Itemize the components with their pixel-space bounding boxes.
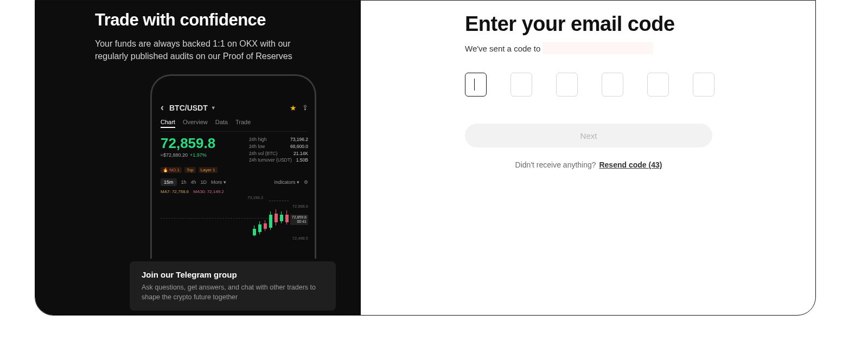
tab-data: Data xyxy=(215,119,228,128)
promo-subtitle: Your funds are always backed 1:1 on OKX … xyxy=(95,37,296,62)
star-icon: ★ xyxy=(290,104,297,112)
code-digit-3[interactable] xyxy=(556,73,578,97)
code-digit-5[interactable] xyxy=(647,73,669,97)
settings-icon: ⚙ xyxy=(304,179,308,185)
last-price: 72,859.8 xyxy=(161,136,215,150)
price-subline: ≈$72,880.20+1.97% xyxy=(161,152,215,158)
tf-15m: 15m xyxy=(161,178,177,186)
code-digit-4[interactable] xyxy=(602,73,623,97)
price-stats: 24h high73,196.2 24h low68,600.0 24h vol… xyxy=(249,136,308,164)
code-digit-2[interactable] xyxy=(510,73,532,97)
telegram-sub: Ask questions, get answers, and chat wit… xyxy=(142,282,324,302)
pair-selector: BTC/USDT ▼ xyxy=(161,102,216,113)
pair-label: BTC/USDT xyxy=(169,104,208,112)
resend-link[interactable]: Resend code (43) xyxy=(599,160,662,169)
chevron-down-icon: ▼ xyxy=(211,105,216,111)
badge-layer: Layer 1 xyxy=(199,167,218,173)
promo-title: Trade with confidence xyxy=(95,10,326,30)
timeframe-row: 15m 1h 4h 1D More ▾ Indicators ▾ ⚙ xyxy=(161,178,308,186)
phone-tabs: Chart Overview Data Trade xyxy=(161,119,308,128)
badges: 🔥 NO.1 Top Layer 1 xyxy=(161,167,308,173)
badge-rank: 🔥 NO.1 xyxy=(161,167,182,173)
tf-1h: 1h xyxy=(181,179,187,185)
next-button[interactable]: Next xyxy=(465,124,712,147)
auth-card: Trade with confidence Your funds are alw… xyxy=(35,0,816,316)
code-digit-6[interactable] xyxy=(693,73,714,97)
badge-top: Top xyxy=(184,167,196,173)
share-icon: ⇪ xyxy=(302,104,308,112)
verify-subtitle: We've sent a code to xyxy=(465,42,794,54)
telegram-card[interactable]: Join our Telegram group Ask questions, g… xyxy=(130,261,336,311)
resend-row: Didn't receive anything? Resend code (43… xyxy=(465,160,712,169)
tab-overview: Overview xyxy=(183,119,208,128)
candle-chart: 73,196.2 72,988.6 72,859.8 00:41 72,498.… xyxy=(161,196,308,240)
ma-line: MA7: 72,758.6 MA30: 72,149.2 xyxy=(161,189,308,194)
code-input-row xyxy=(465,73,794,97)
chevron-left-icon xyxy=(161,102,166,113)
email-redacted xyxy=(542,42,653,54)
code-digit-1[interactable] xyxy=(465,73,487,97)
telegram-title: Join our Telegram group xyxy=(142,270,324,279)
tf-indicators: Indicators ▾ xyxy=(274,179,299,185)
verify-panel: Enter your email code We've sent a code … xyxy=(361,1,815,315)
tab-chart: Chart xyxy=(161,119,175,128)
tab-trade: Trade xyxy=(235,119,251,128)
phone-mockup: BTC/USDT ▼ ★ ⇪ Chart Overview Data Trade xyxy=(150,74,316,259)
tf-4h: 4h xyxy=(191,179,196,185)
verify-title: Enter your email code xyxy=(465,12,794,36)
tf-1d: 1D xyxy=(201,179,207,185)
promo-panel: Trade with confidence Your funds are alw… xyxy=(35,1,361,315)
tf-more: More ▾ xyxy=(211,179,226,185)
